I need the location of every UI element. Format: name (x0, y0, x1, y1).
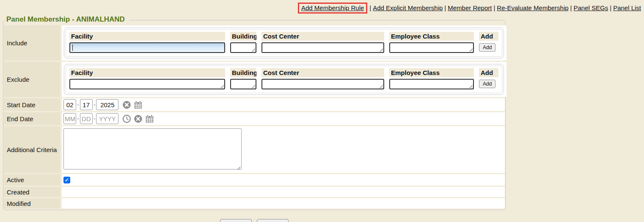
include-cost-center-header: Cost Center (261, 32, 384, 41)
include-facility-input[interactable] (69, 42, 225, 53)
end-date-month-input[interactable] (63, 113, 76, 124)
date-dash: - (94, 115, 96, 122)
end-date-day-input[interactable] (80, 113, 93, 124)
start-date-year-input[interactable] (96, 99, 118, 110)
include-building-header: Building (230, 32, 256, 41)
created-row: Created (4, 187, 505, 197)
start-date-day-input[interactable] (80, 99, 93, 110)
start-date-row: Start Date - - (4, 98, 505, 111)
add-membership-rule-highlight: Add Membership Rule (298, 3, 367, 14)
exclude-add-button[interactable]: Add (479, 80, 495, 88)
include-rule-panel: Facility Building Cost Center Employee C… (64, 28, 504, 58)
modified-value (62, 198, 505, 208)
exclude-employee-class-header: Employee Class (389, 68, 474, 77)
start-date-month-input[interactable] (63, 99, 76, 110)
active-checkbox[interactable]: ✓ (63, 177, 70, 183)
nav-link-panel-list[interactable]: Panel List (613, 4, 641, 11)
created-value (62, 187, 505, 197)
additional-criteria-row: Additional Criteria (4, 126, 505, 173)
exclude-cost-center-input[interactable] (261, 79, 384, 89)
include-building-input[interactable] (230, 42, 256, 53)
cancel-button[interactable]: Cancel (257, 219, 289, 222)
include-row: Include Facility Building Cost Center Em… (4, 25, 505, 61)
modified-row: Modified (4, 198, 505, 208)
include-employee-class-header: Employee Class (389, 32, 474, 41)
exclude-row: Exclude Facility Building Cost Center Em… (4, 62, 505, 97)
check-icon: ✓ (65, 178, 69, 183)
active-row: Active ✓ (4, 174, 505, 186)
nav-link-add-membership-rule[interactable]: Add Membership Rule (301, 4, 364, 11)
nav-link-re-evaluate-membership[interactable]: Re-Evaluate Membership (497, 4, 568, 11)
exclude-employee-class-input[interactable] (389, 79, 474, 89)
exclude-cost-center-header: Cost Center (261, 68, 384, 77)
submit-button[interactable]: Submit (220, 219, 252, 222)
exclude-add-header: Add (479, 68, 498, 77)
include-add-header: Add (479, 32, 498, 41)
end-date-label: End Date (4, 112, 60, 125)
start-date-calendar-icon[interactable] (134, 100, 143, 109)
start-date-label: Start Date (4, 98, 60, 111)
include-label: Include (4, 25, 60, 61)
nav-separator: | (369, 4, 371, 11)
text-caret (72, 44, 73, 51)
exclude-rule-panel: Facility Building Cost Center Employee C… (64, 64, 504, 95)
form-actions: Submit Cancel (3, 219, 506, 222)
nav-link-member-report[interactable]: Member Report (448, 4, 492, 11)
created-label: Created (4, 187, 60, 197)
end-date-calendar-icon[interactable] (145, 114, 154, 123)
panel-membership-form: Panel Membership - ANIMALHAND Include Fa… (3, 20, 506, 210)
modified-label: Modified (4, 198, 60, 208)
include-employee-class-input[interactable] (389, 42, 474, 53)
exclude-facility-input[interactable] (69, 79, 225, 89)
nav-separator: | (570, 4, 572, 11)
nav-separator: | (493, 4, 495, 11)
page-title: Panel Membership - ANIMALHAND (6, 15, 129, 24)
additional-criteria-label: Additional Criteria (4, 126, 60, 173)
nav-link-panel-segs[interactable]: Panel SEGs (574, 4, 608, 11)
include-add-button[interactable]: Add (479, 43, 495, 52)
nav-separator: | (444, 4, 446, 11)
end-date-time-icon[interactable] (122, 114, 131, 123)
date-dash: - (77, 115, 79, 122)
include-cost-center-input[interactable] (261, 42, 384, 53)
top-nav: Add Membership Rule|Add Explicit Members… (3, 3, 641, 14)
end-date-clear-icon[interactable] (134, 114, 143, 123)
end-date-year-input[interactable] (96, 113, 118, 124)
nav-link-add-explicit-membership[interactable]: Add Explicit Membership (373, 4, 443, 11)
include-facility-header: Facility (69, 32, 225, 41)
exclude-facility-header: Facility (69, 68, 225, 77)
exclude-building-header: Building (230, 68, 256, 77)
exclude-building-input[interactable] (230, 79, 256, 89)
date-dash: - (77, 101, 79, 108)
additional-criteria-textarea[interactable] (63, 128, 242, 169)
nav-separator: | (610, 4, 611, 11)
exclude-label: Exclude (4, 62, 60, 97)
date-dash: - (94, 101, 96, 108)
end-date-row: End Date - - (4, 112, 505, 125)
active-label: Active (4, 174, 60, 186)
start-date-clear-icon[interactable] (122, 100, 131, 109)
